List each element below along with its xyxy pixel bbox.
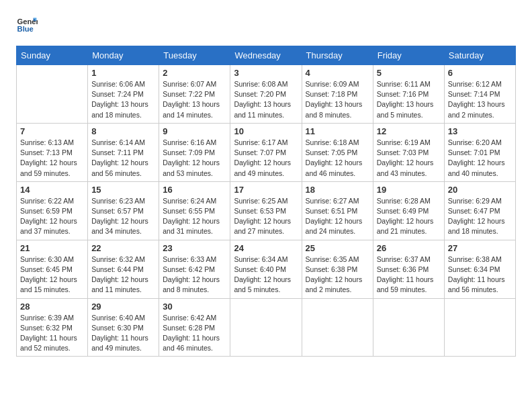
- col-header-wednesday: Wednesday: [230, 46, 302, 65]
- day-number: 13: [448, 126, 512, 136]
- day-info: Sunrise: 6:19 AMSunset: 7:03 PMDaylight:…: [377, 138, 441, 179]
- calendar-cell: 22Sunrise: 6:32 AMSunset: 6:44 PMDayligh…: [88, 240, 159, 298]
- day-number: 17: [234, 185, 298, 195]
- day-number: 20: [448, 185, 512, 195]
- calendar-cell: [444, 298, 515, 357]
- day-info: Sunrise: 6:11 AMSunset: 7:16 PMDaylight:…: [377, 79, 441, 120]
- calendar-cell: 28Sunrise: 6:39 AMSunset: 6:32 PMDayligh…: [17, 298, 88, 357]
- calendar-cell: 23Sunrise: 6:33 AMSunset: 6:42 PMDayligh…: [159, 240, 230, 298]
- calendar-cell: 11Sunrise: 6:18 AMSunset: 7:05 PMDayligh…: [302, 123, 373, 181]
- day-info: Sunrise: 6:29 AMSunset: 6:47 PMDaylight:…: [448, 196, 512, 237]
- day-number: 23: [163, 243, 226, 253]
- calendar-cell: 17Sunrise: 6:25 AMSunset: 6:53 PMDayligh…: [230, 181, 302, 240]
- calendar-cell: 27Sunrise: 6:38 AMSunset: 6:34 PMDayligh…: [444, 240, 515, 298]
- calendar-cell: 25Sunrise: 6:35 AMSunset: 6:38 PMDayligh…: [302, 240, 373, 298]
- day-info: Sunrise: 6:32 AMSunset: 6:44 PMDaylight:…: [91, 255, 155, 295]
- calendar-cell: 21Sunrise: 6:30 AMSunset: 6:45 PMDayligh…: [17, 240, 88, 298]
- day-number: 4: [306, 68, 369, 78]
- calendar-cell: 4Sunrise: 6:09 AMSunset: 7:18 PMDaylight…: [302, 65, 373, 124]
- day-number: 3: [234, 68, 298, 78]
- calendar-cell: 30Sunrise: 6:42 AMSunset: 6:28 PMDayligh…: [159, 298, 230, 357]
- day-number: 10: [234, 126, 298, 136]
- day-number: 14: [20, 185, 84, 195]
- week-row-1: 1Sunrise: 6:06 AMSunset: 7:24 PMDaylight…: [17, 65, 516, 124]
- day-info: Sunrise: 6:16 AMSunset: 7:09 PMDaylight:…: [163, 138, 226, 179]
- day-number: 7: [20, 126, 84, 136]
- day-info: Sunrise: 6:20 AMSunset: 7:01 PMDaylight:…: [448, 138, 512, 179]
- logo-icon: General Blue: [16, 13, 38, 35]
- calendar-cell: 12Sunrise: 6:19 AMSunset: 7:03 PMDayligh…: [373, 123, 444, 181]
- col-header-thursday: Thursday: [302, 46, 373, 65]
- col-header-friday: Friday: [373, 46, 444, 65]
- calendar-cell: 18Sunrise: 6:27 AMSunset: 6:51 PMDayligh…: [302, 181, 373, 240]
- week-row-3: 14Sunrise: 6:22 AMSunset: 6:59 PMDayligh…: [17, 181, 516, 240]
- day-info: Sunrise: 6:40 AMSunset: 6:30 PMDaylight:…: [91, 313, 155, 354]
- col-header-sunday: Sunday: [17, 46, 88, 65]
- day-info: Sunrise: 6:30 AMSunset: 6:45 PMDaylight:…: [20, 255, 84, 295]
- day-number: 27: [448, 243, 512, 253]
- calendar-cell: [230, 298, 302, 357]
- calendar-cell: [373, 298, 444, 357]
- calendar-cell: 19Sunrise: 6:28 AMSunset: 6:49 PMDayligh…: [373, 181, 444, 240]
- day-info: Sunrise: 6:38 AMSunset: 6:34 PMDaylight:…: [448, 255, 512, 295]
- day-info: Sunrise: 6:14 AMSunset: 7:11 PMDaylight:…: [91, 138, 155, 179]
- calendar-body: 1Sunrise: 6:06 AMSunset: 7:24 PMDaylight…: [17, 65, 516, 357]
- day-info: Sunrise: 6:35 AMSunset: 6:38 PMDaylight:…: [306, 255, 369, 295]
- calendar-cell: 6Sunrise: 6:12 AMSunset: 7:14 PMDaylight…: [444, 65, 515, 124]
- day-info: Sunrise: 6:17 AMSunset: 7:07 PMDaylight:…: [234, 138, 298, 179]
- day-info: Sunrise: 6:06 AMSunset: 7:24 PMDaylight:…: [91, 79, 155, 120]
- calendar-cell: [302, 298, 373, 357]
- day-number: 1: [91, 68, 155, 78]
- calendar-cell: 3Sunrise: 6:08 AMSunset: 7:20 PMDaylight…: [230, 65, 302, 124]
- day-info: Sunrise: 6:18 AMSunset: 7:05 PMDaylight:…: [306, 138, 369, 179]
- calendar-cell: 24Sunrise: 6:34 AMSunset: 6:40 PMDayligh…: [230, 240, 302, 298]
- day-number: 6: [448, 68, 512, 78]
- day-number: 11: [306, 126, 369, 136]
- day-info: Sunrise: 6:22 AMSunset: 6:59 PMDaylight:…: [20, 196, 84, 237]
- day-number: 9: [163, 126, 226, 136]
- calendar-cell: 16Sunrise: 6:24 AMSunset: 6:55 PMDayligh…: [159, 181, 230, 240]
- calendar-cell: 15Sunrise: 6:23 AMSunset: 6:57 PMDayligh…: [88, 181, 159, 240]
- logo: General Blue: [16, 13, 40, 35]
- day-info: Sunrise: 6:24 AMSunset: 6:55 PMDaylight:…: [163, 196, 226, 237]
- day-number: 5: [377, 68, 441, 78]
- calendar-header-row: SundayMondayTuesdayWednesdayThursdayFrid…: [17, 46, 516, 65]
- day-number: 8: [91, 126, 155, 136]
- day-info: Sunrise: 6:34 AMSunset: 6:40 PMDaylight:…: [234, 255, 298, 295]
- calendar-cell: 8Sunrise: 6:14 AMSunset: 7:11 PMDaylight…: [88, 123, 159, 181]
- day-info: Sunrise: 6:42 AMSunset: 6:28 PMDaylight:…: [163, 313, 226, 354]
- col-header-tuesday: Tuesday: [159, 46, 230, 65]
- day-number: 24: [234, 243, 298, 253]
- day-info: Sunrise: 6:08 AMSunset: 7:20 PMDaylight:…: [234, 79, 298, 120]
- day-info: Sunrise: 6:27 AMSunset: 6:51 PMDaylight:…: [306, 196, 369, 237]
- calendar-cell: 26Sunrise: 6:37 AMSunset: 6:36 PMDayligh…: [373, 240, 444, 298]
- calendar-cell: 13Sunrise: 6:20 AMSunset: 7:01 PMDayligh…: [444, 123, 515, 181]
- day-info: Sunrise: 6:25 AMSunset: 6:53 PMDaylight:…: [234, 196, 298, 237]
- calendar-cell: 1Sunrise: 6:06 AMSunset: 7:24 PMDaylight…: [88, 65, 159, 124]
- week-row-5: 28Sunrise: 6:39 AMSunset: 6:32 PMDayligh…: [17, 298, 516, 357]
- day-number: 26: [377, 243, 441, 253]
- calendar-cell: 29Sunrise: 6:40 AMSunset: 6:30 PMDayligh…: [88, 298, 159, 357]
- calendar-cell: 20Sunrise: 6:29 AMSunset: 6:47 PMDayligh…: [444, 181, 515, 240]
- calendar-cell: 5Sunrise: 6:11 AMSunset: 7:16 PMDaylight…: [373, 65, 444, 124]
- day-info: Sunrise: 6:09 AMSunset: 7:18 PMDaylight:…: [306, 79, 369, 120]
- svg-text:Blue: Blue: [17, 25, 34, 33]
- day-number: 15: [91, 185, 155, 195]
- header: General Blue: [16, 13, 516, 35]
- day-info: Sunrise: 6:13 AMSunset: 7:13 PMDaylight:…: [20, 138, 84, 179]
- col-header-monday: Monday: [88, 46, 159, 65]
- day-info: Sunrise: 6:23 AMSunset: 6:57 PMDaylight:…: [91, 196, 155, 237]
- day-number: 12: [377, 126, 441, 136]
- calendar-cell: 10Sunrise: 6:17 AMSunset: 7:07 PMDayligh…: [230, 123, 302, 181]
- calendar-cell: 7Sunrise: 6:13 AMSunset: 7:13 PMDaylight…: [17, 123, 88, 181]
- day-number: 30: [163, 302, 226, 312]
- calendar-cell: 9Sunrise: 6:16 AMSunset: 7:09 PMDaylight…: [159, 123, 230, 181]
- day-number: 22: [91, 243, 155, 253]
- col-header-saturday: Saturday: [444, 46, 515, 65]
- day-number: 28: [20, 302, 84, 312]
- day-number: 21: [20, 243, 84, 253]
- calendar-cell: [17, 65, 88, 124]
- day-info: Sunrise: 6:12 AMSunset: 7:14 PMDaylight:…: [448, 79, 512, 120]
- calendar-cell: 2Sunrise: 6:07 AMSunset: 7:22 PMDaylight…: [159, 65, 230, 124]
- calendar-cell: 14Sunrise: 6:22 AMSunset: 6:59 PMDayligh…: [17, 181, 88, 240]
